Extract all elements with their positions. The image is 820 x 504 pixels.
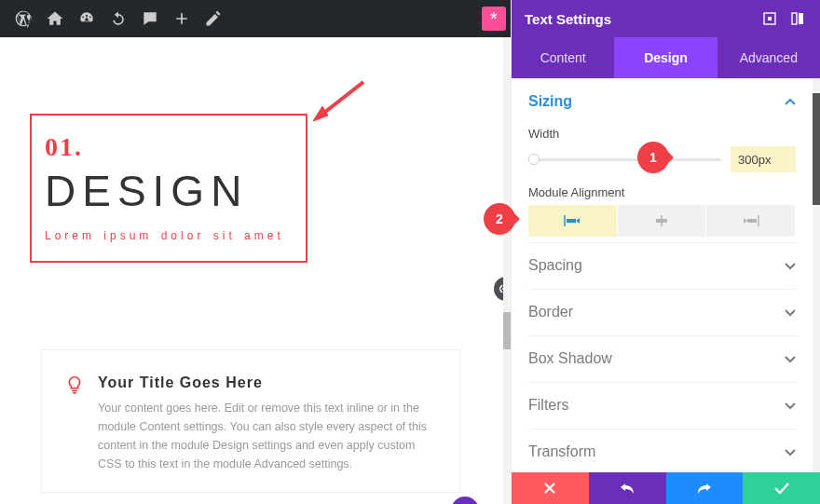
chevron-down-icon	[785, 304, 796, 320]
svg-rect-8	[799, 13, 803, 24]
wp-admin-bar: *	[0, 0, 517, 37]
save-button[interactable]	[743, 472, 820, 504]
tab-design[interactable]: Design	[614, 37, 717, 78]
module-number: 01.	[45, 132, 293, 162]
panel-header: Text Settings	[512, 0, 820, 37]
settings-panel: Text Settings Content Design Advanced Si…	[511, 0, 820, 504]
tab-content[interactable]: Content	[512, 37, 614, 78]
canvas-scrollbar-track	[503, 37, 511, 504]
module-options-fab[interactable]: ⋯	[451, 497, 479, 504]
chevron-up-icon	[785, 93, 796, 110]
blurb-title: Your Title Goes Here	[98, 375, 437, 391]
panel-title: Text Settings	[525, 11, 611, 27]
width-value-input[interactable]: 300px	[731, 146, 796, 172]
panel-action-bar	[512, 472, 820, 504]
align-right-button[interactable]	[706, 205, 796, 237]
page-canvas: 01. DESIGN Lorem ipsum dolor sit amet Yo…	[0, 37, 517, 504]
chevron-down-icon	[785, 397, 796, 414]
annotation-callout-1: 1	[637, 142, 669, 173]
comment-icon[interactable]	[134, 0, 166, 37]
alignment-label: Module Alignment	[528, 185, 796, 199]
annotation-callout-2: 2	[484, 203, 515, 235]
svg-line-0	[321, 82, 363, 116]
expand-icon[interactable]	[760, 9, 779, 28]
align-left-button[interactable]	[528, 205, 618, 237]
wordpress-icon[interactable]	[7, 0, 39, 37]
selected-text-module[interactable]: 01. DESIGN Lorem ipsum dolor sit amet	[30, 114, 308, 263]
svg-rect-7	[792, 13, 797, 24]
group-sizing-label: Sizing	[528, 93, 572, 110]
width-label: Width	[528, 127, 796, 141]
annotation-arrow-icon	[311, 78, 367, 123]
align-center-button[interactable]	[618, 205, 707, 237]
lightbulb-icon	[64, 375, 85, 395]
chevron-down-icon	[785, 443, 796, 460]
module-title: DESIGN	[45, 166, 293, 216]
group-spacing[interactable]: Spacing	[528, 242, 796, 289]
group-box-shadow[interactable]: Box Shadow	[528, 335, 796, 382]
tab-advanced[interactable]: Advanced	[718, 37, 820, 78]
panel-scrollbar-thumb[interactable]	[813, 93, 820, 205]
chevron-down-icon	[785, 257, 796, 274]
home-icon[interactable]	[39, 0, 71, 37]
chevron-down-icon	[785, 350, 796, 367]
group-border[interactable]: Border	[528, 289, 796, 335]
undo-button[interactable]	[589, 472, 666, 504]
panel-body: Sizing Width 300px Module Alignment Spac…	[512, 78, 813, 472]
discard-button[interactable]	[512, 472, 589, 504]
width-slider[interactable]	[528, 158, 721, 161]
svg-rect-12	[656, 219, 667, 223]
svg-marker-1	[313, 106, 328, 121]
redo-button[interactable]	[666, 472, 744, 504]
svg-rect-10	[567, 219, 576, 223]
canvas-scrollbar-thumb[interactable]	[503, 312, 511, 349]
alignment-buttons	[528, 205, 796, 237]
svg-rect-6	[768, 17, 772, 20]
blurb-body: Your content goes here. Edit or remove t…	[98, 399, 437, 473]
snap-icon[interactable]	[788, 9, 807, 28]
pencil-icon[interactable]	[198, 0, 229, 37]
group-transform[interactable]: Transform	[528, 429, 796, 472]
dashboard-icon[interactable]	[71, 0, 102, 37]
divi-logo[interactable]: *	[482, 7, 506, 31]
refresh-icon[interactable]	[102, 0, 134, 37]
module-subtitle: Lorem ipsum dolor sit amet	[45, 229, 293, 242]
plus-icon[interactable]	[166, 0, 198, 37]
group-sizing[interactable]: Sizing	[528, 78, 796, 125]
svg-rect-14	[747, 219, 757, 223]
group-filters[interactable]: Filters	[528, 382, 796, 429]
settings-tabs: Content Design Advanced	[512, 37, 820, 78]
blurb-module[interactable]: Your Title Goes Here Your content goes h…	[41, 349, 460, 493]
width-slider-knob[interactable]	[528, 154, 540, 165]
